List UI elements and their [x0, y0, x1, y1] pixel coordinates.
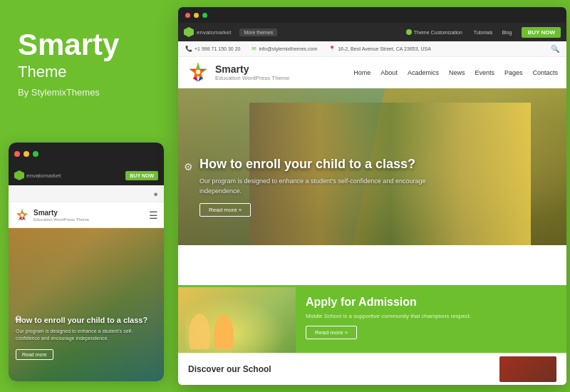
mobile-site-logo: Smarty Education WordPress Theme	[14, 207, 89, 223]
theme-customization-label: Theme Customization	[414, 30, 462, 35]
discover-title: Discover our School	[188, 364, 271, 374]
mobile-site-name: Smarty	[33, 209, 89, 217]
admission-title: Apply for Admission	[306, 296, 556, 309]
brand-subtitle: Theme	[18, 63, 162, 81]
address-text: 16-2, Best Avenue Street, CA 23653, USA	[338, 46, 431, 51]
email-address: info@stylemixthemes.com	[259, 46, 317, 51]
mobile-preview-card: envatomarket BUY NOW ●	[9, 143, 164, 381]
nav-news[interactable]: News	[449, 69, 465, 76]
contact-email: ✉ info@stylemixthemes.com	[252, 46, 317, 52]
brand-author: By StylemixThemes	[18, 87, 162, 98]
mobile-envato-bar: envatomarket BUY NOW	[9, 165, 164, 185]
discover-section: Discover our School	[178, 353, 566, 385]
mobile-hero-desc: Our program is designed to enhance a stu…	[16, 328, 157, 342]
envato-logo-area: envatomarket	[184, 27, 231, 37]
nav-events[interactable]: Events	[475, 69, 494, 76]
dot-green	[33, 151, 38, 157]
contact-address: 📍 16-2, Best Avenue Street, CA 23653, US…	[328, 46, 431, 52]
phone-icon: 📞	[185, 46, 192, 52]
gear-icon[interactable]: ⚙	[184, 161, 193, 172]
svg-point-13	[196, 70, 200, 74]
nav-contacts[interactable]: Contacts	[532, 69, 558, 76]
desktop-dot-yellow	[194, 13, 199, 18]
site-navbar: Smarty Education WordPress Theme Home Ab…	[178, 57, 566, 88]
green-dot-icon	[406, 29, 412, 35]
site-brand-tagline: Education WordPress Theme	[215, 75, 289, 81]
theme-customization-button[interactable]: Theme Customization	[406, 29, 462, 35]
mobile-hero-text: How to enroll your child to a class? Our…	[16, 315, 157, 342]
hero-section: ⚙ How to enroll your child to a class? O…	[178, 88, 566, 245]
envato-top-bar: envatomarket More themes Theme Customiza…	[178, 23, 566, 41]
hero-title: How to enroll your child to a class?	[200, 156, 452, 172]
nav-academics[interactable]: Academics	[408, 69, 439, 76]
buy-now-button[interactable]: BUY NOW	[522, 27, 561, 38]
mobile-hero-title: How to enroll your child to a class?	[16, 315, 157, 325]
tutorials-link[interactable]: Tutorials	[474, 30, 493, 35]
mobile-search-bar: ●	[9, 185, 164, 202]
discover-image	[499, 356, 556, 382]
desktop-header-bar	[178, 7, 566, 23]
dot-red	[14, 151, 20, 157]
desktop-dot-green	[202, 13, 207, 18]
contact-phone: 📞 +1 998 71 150 30 20	[185, 46, 240, 52]
mobile-hero: ⚙ How to enroll your child to a class? O…	[9, 228, 164, 381]
left-panel: Smarty Theme By StylemixThemes envatomar…	[0, 0, 177, 392]
hamburger-icon[interactable]: ☰	[149, 210, 158, 221]
mobile-site-tagline: Education WordPress Theme	[33, 217, 89, 222]
search-icon[interactable]: 🔍	[551, 45, 559, 53]
mobile-read-more-button[interactable]: Read more	[16, 349, 53, 360]
site-logo-area: Smarty Education WordPress Theme	[187, 61, 289, 84]
envato-icon	[14, 170, 24, 180]
envato-label: envatomarket	[26, 172, 61, 179]
admission-description: Middle School is a supportive community …	[306, 312, 556, 320]
mobile-buy-now-button[interactable]: BUY NOW	[125, 171, 158, 180]
admission-read-more-button[interactable]: Read more »	[306, 326, 357, 339]
envato-hex-icon	[184, 27, 194, 37]
hero-read-more-button[interactable]: Read more »	[200, 203, 251, 217]
svg-point-5	[21, 213, 24, 217]
location-icon: 📍	[328, 46, 336, 52]
nav-pages[interactable]: Pages	[504, 69, 523, 76]
site-logo-icon	[187, 61, 209, 84]
blog-link[interactable]: Blog	[502, 30, 512, 35]
brand-title: Smarty	[18, 29, 162, 61]
admission-section: Apply for Admission Middle School is a s…	[178, 285, 566, 353]
mobile-card-header	[9, 143, 164, 165]
hero-description: Our program is designed to enhance a stu…	[200, 177, 452, 196]
admission-image	[178, 287, 296, 353]
contact-bar: 📞 +1 998 71 150 30 20 ✉ info@stylemixthe…	[178, 41, 566, 57]
email-icon: ✉	[252, 46, 256, 52]
main-navigation: Home About Academics News Events Pages C…	[353, 69, 558, 76]
nav-about[interactable]: About	[380, 69, 398, 76]
desktop-preview: envatomarket More themes Theme Customiza…	[178, 7, 566, 385]
admission-green-area: Apply for Admission Middle School is a s…	[296, 287, 566, 353]
nav-home[interactable]: Home	[353, 69, 370, 76]
mobile-envato-logo: envatomarket	[14, 170, 61, 180]
search-icon[interactable]: ●	[153, 190, 158, 198]
more-themes-button[interactable]: More themes	[239, 29, 277, 36]
desktop-dot-red	[185, 13, 190, 18]
site-brand-name: Smarty	[215, 63, 289, 75]
mobile-nav-bar: Smarty Education WordPress Theme ☰	[9, 202, 164, 228]
phone-number: +1 998 71 150 30 20	[195, 46, 240, 51]
dot-yellow	[24, 151, 29, 157]
envato-label: envatomarket	[197, 29, 231, 36]
hero-content: How to enroll your child to a class? Our…	[200, 156, 452, 217]
mobile-logo-icon	[14, 207, 30, 223]
